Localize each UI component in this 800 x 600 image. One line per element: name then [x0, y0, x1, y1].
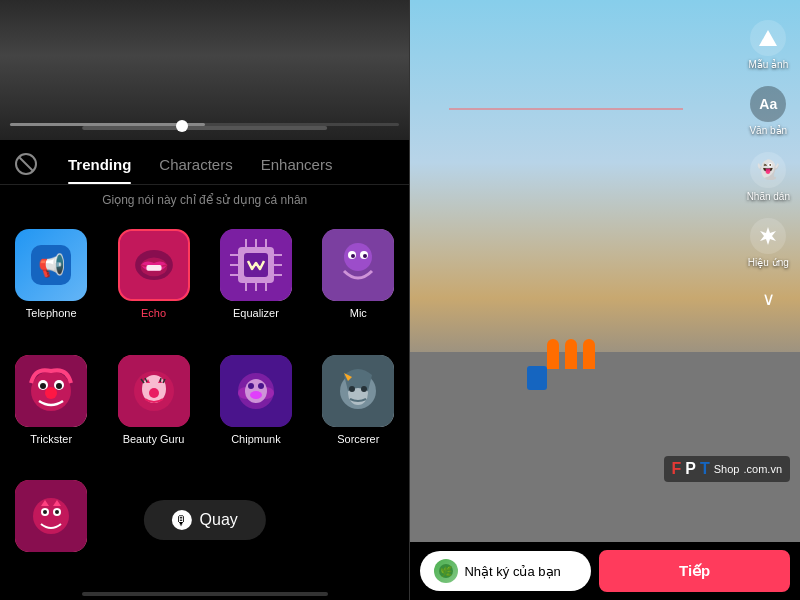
- diary-label: Nhật ký của bạn: [464, 564, 560, 579]
- fpt-p: P: [685, 460, 696, 478]
- svg-marker-63: [759, 30, 777, 46]
- effect-echo[interactable]: Echo: [102, 219, 204, 345]
- telephone-icon: 📢: [15, 229, 87, 301]
- subtitle-text: Giọng nói này chỉ để sử dụng cá nhân: [0, 185, 409, 215]
- sorcerer-icon: [322, 355, 394, 427]
- tab-enhancers[interactable]: Enhancers: [247, 150, 347, 179]
- svg-point-33: [40, 383, 46, 389]
- mic-label: Mic: [350, 307, 367, 319]
- effect-sorcerer[interactable]: Sorcerer: [307, 345, 409, 471]
- toolbar-chevron-icon[interactable]: ∨: [762, 288, 775, 310]
- record-label: Quay: [200, 511, 238, 529]
- left-panel: Trending Characters Enhancers Giọng nói …: [0, 0, 409, 600]
- effects-label: Hiệu ứng: [748, 257, 789, 268]
- no-sound-tab[interactable]: [10, 148, 42, 180]
- fpt-domain: .com.vn: [743, 463, 782, 475]
- video-thumbnail: [0, 0, 409, 140]
- svg-point-24: [344, 243, 372, 271]
- toolbar-effects[interactable]: Hiệu ứng: [748, 218, 789, 268]
- svg-line-42: [160, 378, 161, 382]
- fpt-f: F: [672, 460, 682, 478]
- svg-point-49: [248, 383, 254, 389]
- fpt-logo: F P T Shop .com.vn: [664, 456, 790, 482]
- mic-icon: [322, 229, 394, 301]
- template-label: Mẫu ảnh: [748, 59, 788, 70]
- toolbar-sticker[interactable]: 👻 Nhãn dán: [747, 152, 790, 202]
- svg-point-35: [45, 387, 57, 399]
- right-toolbar: Mẫu ảnh Aa Văn bản 👻 Nhãn dán Hiệu ứng ∨: [747, 20, 790, 310]
- svg-point-27: [351, 254, 355, 258]
- effect-beauty-guru[interactable]: Beauty Guru: [102, 345, 204, 471]
- trickster-icon: [15, 355, 87, 427]
- svg-text:📢: 📢: [38, 252, 66, 279]
- svg-line-1: [19, 157, 33, 171]
- svg-point-50: [258, 383, 264, 389]
- sorcerer-label: Sorcerer: [337, 433, 379, 445]
- svg-point-55: [349, 386, 355, 392]
- right-panel: Mẫu ảnh Aa Văn bản 👻 Nhãn dán Hiệu ứng ∨: [410, 0, 800, 600]
- svg-rect-7: [146, 265, 161, 271]
- effect-trickster[interactable]: Trickster: [0, 345, 102, 471]
- equalizer-label: Equalizer: [233, 307, 279, 319]
- next-button[interactable]: Tiếp: [599, 550, 790, 592]
- echo-icon: [118, 229, 190, 301]
- svg-point-62: [55, 510, 59, 514]
- svg-point-39: [149, 388, 159, 398]
- effect-equalizer[interactable]: Equalizer: [205, 219, 307, 345]
- text-icon: Aa: [750, 86, 786, 122]
- effects-icon: [750, 218, 786, 254]
- svg-text:🌿: 🌿: [440, 565, 453, 578]
- row3a-icon: [15, 480, 87, 552]
- echo-label: Echo: [141, 307, 166, 319]
- sticker-label: Nhãn dán: [747, 191, 790, 202]
- toolbar-text[interactable]: Aa Văn bản: [749, 86, 787, 136]
- svg-point-61: [43, 510, 47, 514]
- video-preview-top: [0, 0, 409, 140]
- equalizer-icon: [220, 229, 292, 301]
- record-button-container: 🎙 Quay: [144, 500, 266, 540]
- progress-indicator: [176, 120, 188, 132]
- toolbar-template[interactable]: Mẫu ảnh: [748, 20, 788, 70]
- chipmunk-icon: [220, 355, 292, 427]
- tab-characters[interactable]: Characters: [145, 150, 246, 179]
- mic-button-icon: 🎙: [172, 510, 192, 530]
- diary-button[interactable]: 🌿 Nhật ký của bạn: [420, 551, 591, 591]
- telephone-label: Telephone: [26, 307, 77, 319]
- right-video-preview: Mẫu ảnh Aa Văn bản 👻 Nhãn dán Hiệu ứng ∨: [410, 0, 800, 542]
- template-icon: [750, 20, 786, 56]
- record-button[interactable]: 🎙 Quay: [144, 500, 266, 540]
- svg-point-34: [56, 383, 62, 389]
- diary-avatar: 🌿: [434, 559, 458, 583]
- svg-point-56: [361, 386, 367, 392]
- scroll-indicator: [82, 592, 328, 596]
- text-label: Văn bản: [749, 125, 787, 136]
- tabs-row: Trending Characters Enhancers: [0, 140, 409, 185]
- fpt-t: T: [700, 460, 710, 478]
- trickster-label: Trickster: [30, 433, 72, 445]
- fpt-shop: Shop: [714, 463, 740, 475]
- svg-point-51: [250, 391, 262, 399]
- right-bottom-bar: 🌿 Nhật ký của bạn Tiếp: [410, 542, 800, 600]
- effect-row3a[interactable]: [0, 470, 102, 584]
- effect-mic[interactable]: Mic: [307, 219, 409, 345]
- svg-point-28: [363, 254, 367, 258]
- chipmunk-label: Chipmunk: [231, 433, 281, 445]
- beauty-guru-label: Beauty Guru: [123, 433, 185, 445]
- beauty-guru-icon: [118, 355, 190, 427]
- sticker-icon: 👻: [750, 152, 786, 188]
- effect-chipmunk[interactable]: Chipmunk: [205, 345, 307, 471]
- tab-trending[interactable]: Trending: [54, 150, 145, 179]
- effect-telephone[interactable]: 📢 Telephone: [0, 219, 102, 345]
